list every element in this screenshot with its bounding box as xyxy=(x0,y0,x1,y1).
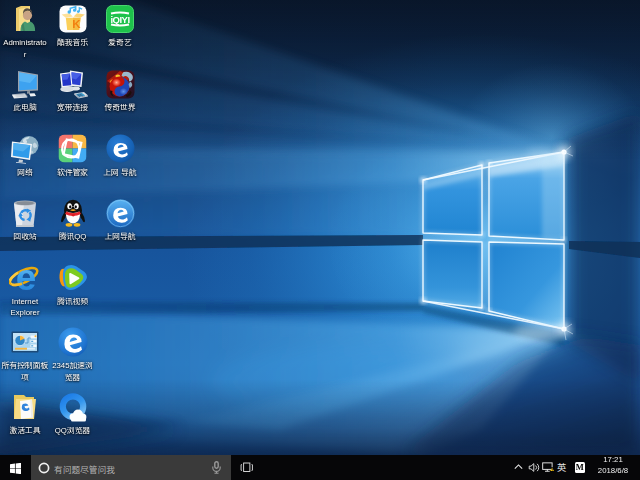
svg-text:iQIYI: iQIYI xyxy=(110,14,129,25)
svg-text:e: e xyxy=(16,263,37,293)
svg-text:K: K xyxy=(72,18,81,30)
